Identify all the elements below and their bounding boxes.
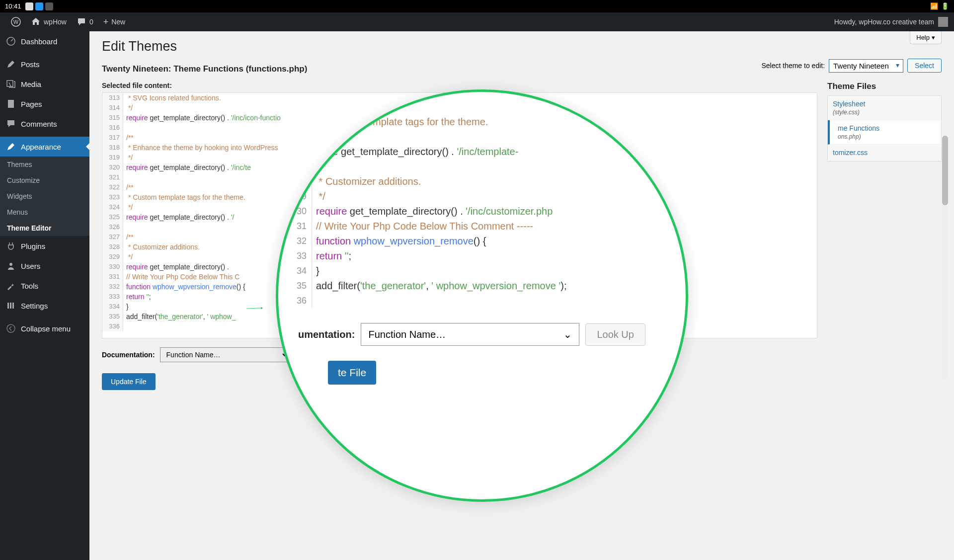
svg-text:W: W: [13, 19, 19, 25]
battery-icon: 🔋: [941, 2, 949, 10]
menu-pages[interactable]: Pages: [0, 94, 89, 114]
mag-code-line: 33return '';: [288, 248, 676, 263]
theme-file-item[interactable]: Stylesheet(style.css): [828, 96, 941, 120]
status-time: 10:41: [5, 2, 21, 10]
svg-point-4: [9, 263, 12, 266]
shield-icon: [45, 2, 53, 10]
help-button[interactable]: Help▾: [910, 31, 942, 44]
svg-point-8: [7, 324, 15, 332]
comments-link[interactable]: 0: [72, 17, 98, 27]
menu-dashboard[interactable]: Dashboard: [0, 31, 89, 51]
theme-select[interactable]: Twenty Nineteen: [829, 59, 903, 73]
mag-code-line: 36: [288, 293, 676, 308]
new-link[interactable]: + New: [98, 17, 131, 27]
menu-plugins[interactable]: Plugins: [0, 236, 89, 256]
wp-admin-bar: W wpHow 0 + New Howdy, wpHow.co creative…: [0, 12, 954, 31]
submenu-appearance: Themes Customize Widgets Menus Theme Edi…: [0, 157, 89, 236]
theme-file-list: Stylesheet(style.css)me Functionsons.php…: [827, 95, 942, 161]
wp-logo[interactable]: W: [6, 17, 26, 27]
avatar[interactable]: [938, 17, 948, 27]
menu-settings[interactable]: Settings: [0, 296, 89, 316]
mag-code-line: 30require get_template_directory() . '/i…: [288, 204, 676, 219]
submenu-widgets[interactable]: Widgets: [0, 188, 89, 204]
scrollbar[interactable]: [942, 136, 948, 379]
site-name: wpHow: [44, 18, 67, 26]
menu-collapse[interactable]: Collapse menu: [0, 319, 89, 338]
function-select[interactable]: Function Name…: [160, 347, 289, 362]
submenu-menus[interactable]: Menus: [0, 204, 89, 220]
device-status-bar: 10:41 📶 🔋: [0, 0, 954, 12]
howdy-text[interactable]: Howdy, wpHow.co creative team: [834, 18, 934, 26]
mag-doc-label: umentation:: [298, 329, 355, 340]
menu-appearance[interactable]: Appearance: [0, 137, 89, 157]
menu-tools[interactable]: Tools: [0, 276, 89, 296]
mag-code-line: * Customizer additions.: [288, 174, 676, 189]
mag-lookup-button[interactable]: Look Up: [585, 323, 645, 346]
theme-selector: Select theme to edit: Twenty Nineteen Se…: [761, 59, 942, 73]
submenu-theme-editor[interactable]: Theme Editor: [0, 220, 89, 236]
menu-media[interactable]: Media: [0, 74, 89, 94]
svg-rect-5: [7, 303, 9, 309]
mag-code-line: quire get_template_directory() . '/inc/t…: [288, 144, 676, 159]
wifi-icon: 📶: [930, 2, 938, 10]
comments-count: 0: [89, 18, 93, 26]
theme-file-item[interactable]: me Functionsons.php): [828, 120, 941, 145]
mag-code-line: 31// Write Your Php Code Below This Comm…: [288, 219, 676, 234]
svg-rect-6: [10, 303, 11, 309]
mag-code-line: /**: [288, 159, 676, 174]
selected-file-label: Selected file content:: [102, 81, 817, 89]
magnifier-callout: om template tags for the theme. quire ge…: [276, 89, 688, 502]
documentation-label: Documentation:: [102, 351, 155, 359]
chevron-down-icon: ▾: [932, 34, 935, 41]
app-icon: [35, 2, 43, 10]
select-theme-label: Select theme to edit:: [761, 62, 825, 70]
chevron-down-icon: ⌄: [563, 328, 572, 340]
page-title: Edit Themes: [102, 39, 942, 54]
menu-comments[interactable]: Comments: [0, 114, 89, 134]
scrollbar-thumb[interactable]: [942, 136, 948, 205]
site-link[interactable]: wpHow: [26, 17, 72, 27]
svg-rect-3: [8, 100, 14, 108]
mag-code-line: 34}: [288, 263, 676, 278]
svg-rect-7: [12, 303, 14, 309]
select-button[interactable]: Select: [907, 59, 942, 73]
theme-file-item[interactable]: tomizer.css: [828, 145, 941, 161]
update-file-button[interactable]: Update File: [102, 373, 156, 390]
admin-sidebar: Dashboard Posts Media Pages Comments App…: [0, 31, 89, 560]
mag-code-line: 32function wphow_wpversion_remove() {: [288, 234, 676, 248]
mag-code-line: 35add_filter('the_generator', ' wphow_wp…: [288, 278, 676, 293]
mag-update-button[interactable]: te File: [328, 361, 376, 385]
menu-users[interactable]: Users: [0, 256, 89, 276]
menu-posts[interactable]: Posts: [0, 54, 89, 74]
submenu-themes[interactable]: Themes: [0, 157, 89, 172]
new-label: New: [111, 18, 125, 26]
mag-code-line: 29 */: [288, 189, 676, 204]
drive-icon: [25, 2, 33, 10]
theme-files-heading: Theme Files: [827, 81, 942, 91]
submenu-customize[interactable]: Customize: [0, 172, 89, 188]
mag-function-select[interactable]: Function Name… ⌄: [361, 323, 579, 346]
